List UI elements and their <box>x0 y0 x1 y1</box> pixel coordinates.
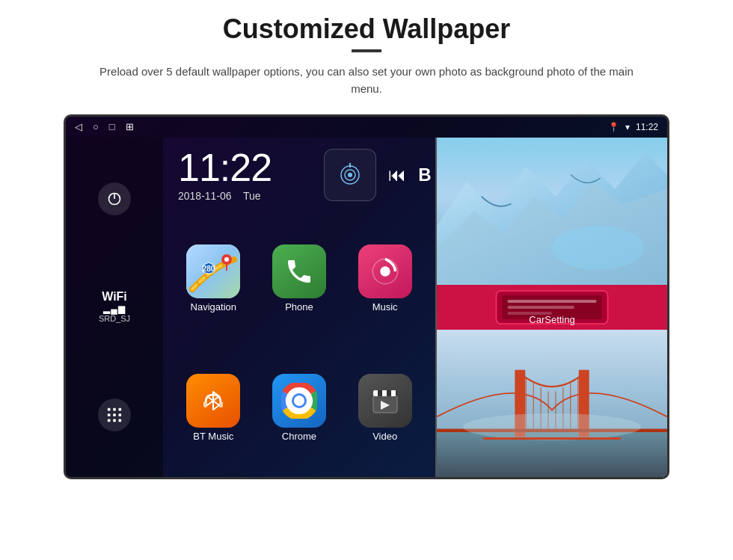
svg-rect-21 <box>219 401 223 407</box>
video-label: Video <box>372 431 397 442</box>
music-label: Music <box>372 301 398 313</box>
wallpaper-bridge[interactable] <box>437 330 667 477</box>
status-time: 11:22 <box>636 122 658 132</box>
svg-point-55 <box>463 413 641 440</box>
app-navigation[interactable]: 280 Navigation <box>174 217 254 340</box>
svg-rect-7 <box>119 413 122 416</box>
svg-rect-20 <box>203 401 207 407</box>
svg-rect-31 <box>391 390 396 396</box>
apps-grid-button[interactable] <box>98 399 131 431</box>
back-nav-icon[interactable]: ◁ <box>75 121 82 132</box>
screenshot-nav-icon[interactable]: ⊞ <box>126 121 134 132</box>
device-frame: ◁ ○ □ ⊞ 📍 ▾ 11:22 <box>64 114 669 479</box>
page-title: Customized Wallpaper <box>223 13 511 45</box>
navigation-label: Navigation <box>191 301 236 313</box>
svg-point-13 <box>348 173 352 177</box>
android-screen: ◁ ○ □ ⊞ 📍 ▾ 11:22 <box>66 117 667 477</box>
car-setting-label: CarSetting <box>437 314 667 325</box>
svg-rect-29 <box>373 390 378 396</box>
chrome-icon <box>272 374 326 428</box>
left-sidebar: WiFi ▂▄▆ SRD_SJ <box>66 138 163 477</box>
wallpaper-mid[interactable]: CarSetting <box>437 285 667 330</box>
wifi-info: WiFi ▂▄▆ SRD_SJ <box>99 290 130 323</box>
navigation-icon: 280 <box>186 244 240 298</box>
phone-icon <box>272 244 326 298</box>
app-phone[interactable]: Phone <box>260 217 340 340</box>
main-area: 11:22 2018-11-06 Tue <box>163 138 435 477</box>
wp-ice-bg <box>437 138 667 285</box>
svg-point-17 <box>224 257 229 262</box>
status-right: 📍 ▾ 11:22 <box>608 122 658 132</box>
svg-rect-10 <box>119 419 122 422</box>
title-divider <box>352 49 381 52</box>
wp-bridge-bg <box>437 330 667 477</box>
recents-nav-icon[interactable]: □ <box>109 121 115 132</box>
wallpaper-ice[interactable] <box>437 138 667 285</box>
app-bt-music[interactable]: BT Music <box>174 346 254 470</box>
apps-grid: 280 Navigation <box>163 212 435 477</box>
clock-time: 11:22 <box>178 148 272 187</box>
bluetooth-icon[interactable]: B <box>418 164 431 185</box>
bt-music-label: BT Music <box>193 431 233 442</box>
clock-section: 11:22 2018-11-06 Tue <box>178 148 272 202</box>
svg-rect-2 <box>108 408 111 411</box>
bt-music-icon <box>186 374 240 428</box>
svg-rect-5 <box>108 413 111 416</box>
prev-track-icon[interactable]: ⏮ <box>388 164 406 185</box>
app-music[interactable]: Music <box>345 217 425 340</box>
wifi-ssid: SRD_SJ <box>99 314 130 323</box>
home-nav-icon[interactable]: ○ <box>93 121 99 132</box>
svg-point-19 <box>380 266 390 276</box>
music-icon <box>358 244 412 298</box>
right-panel: CarSetting <box>435 138 667 477</box>
nav-map: 280 <box>186 244 240 298</box>
chrome-label: Chrome <box>282 431 316 442</box>
radio-icon-box[interactable] <box>324 149 376 201</box>
svg-text:280: 280 <box>203 265 215 273</box>
svg-rect-39 <box>507 300 596 303</box>
svg-rect-3 <box>113 408 116 411</box>
page-subtitle: Preload over 5 default wallpaper options… <box>97 63 636 98</box>
svg-rect-6 <box>113 413 116 416</box>
power-button[interactable] <box>98 182 131 215</box>
svg-rect-8 <box>108 419 111 422</box>
app-chrome[interactable]: Chrome <box>260 346 340 470</box>
status-bar: ◁ ○ □ ⊞ 📍 ▾ 11:22 <box>66 117 667 138</box>
nav-icons: ◁ ○ □ ⊞ <box>75 121 134 132</box>
top-icons: ⏮ B <box>324 149 431 201</box>
wifi-label: WiFi <box>99 290 130 304</box>
video-icon <box>358 374 412 428</box>
app-video[interactable]: Video <box>345 346 425 470</box>
svg-rect-30 <box>382 390 387 396</box>
phone-label: Phone <box>285 301 313 313</box>
location-icon: 📍 <box>608 122 619 132</box>
screen-content: WiFi ▂▄▆ SRD_SJ <box>66 138 667 477</box>
svg-rect-4 <box>119 408 122 411</box>
svg-rect-40 <box>507 306 574 309</box>
clock-area: 11:22 2018-11-06 Tue <box>163 138 435 212</box>
wifi-bars: ▂▄▆ <box>99 304 130 314</box>
svg-point-24 <box>294 396 304 406</box>
wifi-status-icon: ▾ <box>625 122 630 132</box>
clock-date: 2018-11-06 Tue <box>178 190 272 202</box>
svg-rect-9 <box>113 419 116 422</box>
